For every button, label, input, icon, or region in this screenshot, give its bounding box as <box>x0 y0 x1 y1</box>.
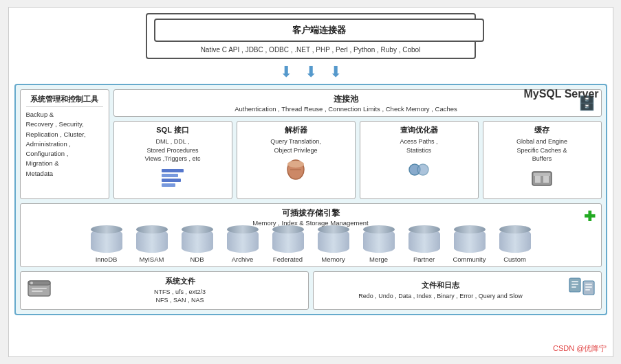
engine-label-innodb: InnoDB <box>96 255 118 263</box>
engine-merge: Merge <box>358 229 400 263</box>
sys-files-text: 系统文件 NTFS , ufs , ext2/3 NFS , SAN , NAS <box>58 276 303 305</box>
engine-custom: Custom <box>494 229 536 263</box>
sys-files-subtitle: NTFS , ufs , ext2/3 NFS , SAN , NAS <box>58 288 303 305</box>
engine-label-ndb: NDB <box>190 255 204 263</box>
engine-community: Community <box>448 229 491 263</box>
storage-section: ✚ 可插拔存储引擎 Memory , Index & Storage Manag… <box>20 203 602 267</box>
svg-rect-17 <box>32 291 43 292</box>
engine-memory: Memory <box>312 229 355 263</box>
svg-rect-1 <box>162 174 178 177</box>
svg-rect-12 <box>534 173 550 176</box>
sys-mgmt-box: 系统管理和控制工具 Backup & Recovery , Security, … <box>20 89 109 199</box>
svg-rect-23 <box>585 284 592 285</box>
cylinder-innodb <box>91 229 122 253</box>
arrow-down-2: ⬇ <box>305 63 317 81</box>
parser-box: 解析器 Query Translation, Object Privilege <box>237 121 356 199</box>
bottom-section: 系统文件 NTFS , ufs , ext2/3 NFS , SAN , NAS… <box>20 271 602 310</box>
engine-archive: Archive <box>221 229 264 263</box>
engine-label-archive: Archive <box>232 255 254 263</box>
cache-icon <box>530 166 554 195</box>
files-logs-box: 文件和日志 Redo , Undo , Data , Index , Binar… <box>313 271 602 310</box>
svg-rect-19 <box>571 281 578 282</box>
optimizer-content: Acess Paths , Statistics <box>400 137 437 155</box>
svg-rect-25 <box>585 289 590 291</box>
client-connector-subtitle: Native C API , JDBC , ODBC , .NET , PHP … <box>154 46 468 54</box>
optimizer-box: 查询优化器 Acess Paths , Statistics <box>360 121 479 199</box>
svg-rect-21 <box>571 286 576 288</box>
sys-files-box: 系统文件 NTFS , ufs , ext2/3 NFS , SAN , NAS <box>20 271 309 310</box>
engine-myisam: MyISAM <box>131 229 173 263</box>
svg-point-8 <box>417 164 428 175</box>
sql-interface-icon <box>160 166 185 195</box>
parser-icon <box>283 157 308 186</box>
sys-mgmt-title: 系统管理和控制工具 <box>26 94 103 107</box>
sql-interface-content: DML , DDL , Stored Procedures Views ,Tri… <box>144 137 200 163</box>
svg-rect-2 <box>162 179 181 182</box>
cylinder-merge <box>363 229 395 253</box>
optimizer-title: 查询优化器 <box>400 125 438 135</box>
svg-point-5 <box>287 161 304 168</box>
engine-label-custom: Custom <box>503 255 526 263</box>
storage-title: 可插拔存储引擎 <box>26 207 596 219</box>
conn-pool-subtitle: Authentication , Thread Reuse , Connecti… <box>120 105 573 113</box>
engine-label-partner: Partner <box>413 255 435 263</box>
svg-rect-3 <box>162 183 175 187</box>
sql-interface-box: SQL 接口 DML , DDL , Stored Procedures Vie… <box>113 121 232 199</box>
cylinder-memory <box>318 229 349 253</box>
cylinder-community <box>454 229 486 253</box>
watermark: CSDN @优降宁 <box>553 343 607 354</box>
engine-label-memory: Memory <box>321 255 345 263</box>
sys-mgmt-content: Backup & Recovery , Security, Replicatio… <box>26 110 103 179</box>
engines-row: InnoDB MyISAM NDB Archive Federated <box>26 229 596 263</box>
engine-label-community: Community <box>453 255 486 263</box>
engine-label-federated: Federated <box>273 255 303 263</box>
engine-label-myisam: MyISAM <box>140 255 164 263</box>
main-container: 客户端连接器 Native C API , JDBC , ODBC , .NET… <box>8 7 613 357</box>
conn-pool-text: 连接池 Authentication , Thread Reuse , Conn… <box>120 93 573 113</box>
engine-ndb: NDB <box>176 229 219 263</box>
optimizer-icon <box>406 157 431 186</box>
cylinder-myisam <box>136 229 168 253</box>
top-section: 系统管理和控制工具 Backup & Recovery , Security, … <box>20 89 602 199</box>
files-logs-subtitle: Redo , Undo , Data , Index , Binary , Er… <box>319 292 563 301</box>
right-section: 连接池 Authentication , Thread Reuse , Conn… <box>113 89 602 199</box>
svg-rect-16 <box>32 288 47 289</box>
parser-title: 解析器 <box>285 125 307 135</box>
arrow-down-3: ⬇ <box>329 63 342 81</box>
arrow-down-1: ⬇ <box>280 63 292 81</box>
cache-content: Global and Engine Specific Caches & Buff… <box>516 137 567 163</box>
cylinder-archive <box>227 229 259 253</box>
svg-rect-20 <box>571 284 578 285</box>
sys-files-title: 系统文件 <box>58 276 303 286</box>
cylinder-custom <box>499 229 531 253</box>
sys-files-icon <box>26 275 52 306</box>
files-logs-icon <box>568 275 596 306</box>
files-logs-title: 文件和日志 <box>319 280 563 291</box>
cylinder-ndb <box>182 229 213 253</box>
engine-federated: Federated <box>267 229 309 263</box>
engine-label-merge: Merge <box>369 255 388 263</box>
mysql-server-label: MySQL Server <box>523 88 598 100</box>
plus-icon: ✚ <box>584 208 596 225</box>
arrows-row: ⬇ ⬇ ⬇ <box>14 63 607 81</box>
cylinder-federated <box>272 229 304 253</box>
engine-innodb: InnoDB <box>85 229 128 263</box>
mysql-server-box: MySQL Server 系统管理和控制工具 Backup & Recovery… <box>14 84 607 315</box>
svg-rect-0 <box>162 169 184 172</box>
sql-interface-title: SQL 接口 <box>156 125 188 135</box>
sql-row: SQL 接口 DML , DDL , Stored Procedures Vie… <box>113 121 602 199</box>
cache-box: 缓存 Global and Engine Specific Caches & B… <box>483 121 602 199</box>
svg-rect-24 <box>585 286 592 288</box>
parser-content: Query Translation, Object Privilege <box>270 137 321 155</box>
client-connector-title: 客户端连接器 <box>154 19 484 42</box>
client-connector: 客户端连接器 Native C API , JDBC , ODBC , .NET… <box>146 13 476 59</box>
svg-point-15 <box>30 282 33 284</box>
cylinder-partner <box>408 229 440 253</box>
files-logs-text: 文件和日志 Redo , Undo , Data , Index , Binar… <box>319 280 563 301</box>
cache-title: 缓存 <box>534 125 549 135</box>
conn-pool-title: 连接池 <box>120 93 573 105</box>
engine-partner: Partner <box>403 229 446 263</box>
